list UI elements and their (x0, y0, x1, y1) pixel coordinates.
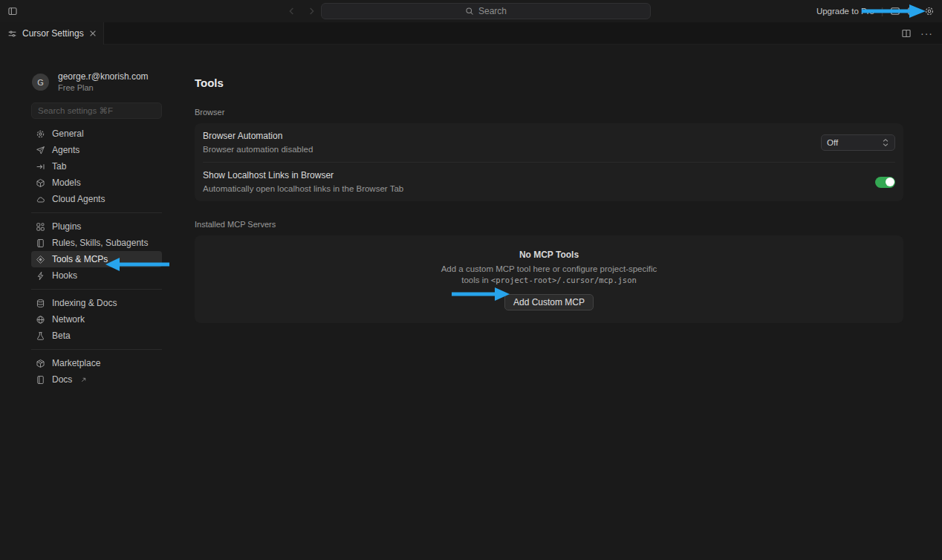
search-placeholder: Search (478, 6, 507, 16)
more-actions-icon[interactable]: ··· (920, 30, 933, 37)
sidebar-item-label: Hooks (52, 270, 77, 281)
sidebar-item-general[interactable]: General (31, 126, 162, 142)
external-link-icon (80, 377, 87, 383)
sidebar-group-resources: Marketplace Docs (31, 355, 162, 388)
flask-icon (36, 331, 45, 341)
settings-content: Tools Browser Browser Automation Browser… (195, 73, 903, 323)
settings-search-input[interactable] (31, 102, 162, 119)
sidebar-item-agents[interactable]: Agents (31, 142, 162, 158)
mcp-config-path: <project-root>/.cursor/mcp.json (491, 276, 637, 284)
setting-title: Show Localhost Links in Browser (203, 170, 875, 181)
settings-sidebar: G george.r@knorish.com Free Plan General… (31, 71, 162, 388)
cloud-icon (36, 195, 45, 204)
browser-automation-select[interactable]: Off (821, 134, 895, 151)
mcp-empty-description: Add a custom MCP tool here or configure … (195, 264, 903, 286)
setting-description: Browser automation disabled (203, 144, 821, 155)
setting-description: Automatically open localhost links in th… (203, 183, 875, 195)
sidebar-item-models[interactable]: Models (31, 175, 162, 191)
sidebar-item-rules-skills-subagents[interactable]: Rules, Skills, Subagents (31, 235, 162, 251)
add-custom-mcp-button[interactable]: Add Custom MCP (504, 294, 594, 310)
sidebar-item-label: Marketplace (52, 358, 100, 368)
mcp-section-label: Installed MCP Servers (195, 220, 903, 229)
sidebar-item-label: Beta (52, 331, 71, 341)
sidebar-item-label: Docs (52, 374, 72, 385)
sidebar-group-system: Indexing & Docs Network Beta (31, 295, 162, 344)
sidebar-item-beta[interactable]: Beta (31, 328, 162, 344)
send-icon (36, 146, 45, 155)
account-info: G george.r@knorish.com Free Plan (31, 71, 162, 93)
mcp-empty-card: No MCP Tools Add a custom MCP tool here … (195, 235, 903, 323)
sidebar-item-label: Tab (52, 161, 66, 172)
page-title: Tools (195, 76, 903, 89)
sidebar-item-label: Cloud Agents (52, 194, 105, 204)
sidebar-item-label: General (52, 128, 84, 139)
sidebar-item-hooks[interactable]: Hooks (31, 267, 162, 284)
sidebar-item-docs[interactable]: Docs (31, 371, 162, 388)
sidebar-item-label: Agents (52, 145, 79, 155)
notebook-icon (36, 238, 45, 248)
sidebar-item-tab[interactable]: Tab (31, 158, 162, 175)
account-email: george.r@knorish.com (58, 71, 149, 82)
selected-value: Off (827, 138, 882, 147)
sidebar-group-core: General Agents Tab Models Cloud Agents (31, 126, 162, 207)
extensions-icon (36, 222, 45, 232)
setting-title: Browser Automation (203, 131, 821, 142)
browser-settings-card: Browser Automation Browser automation di… (195, 123, 903, 201)
titlebar-divider: | (881, 6, 883, 16)
titlebar-actions: Upgrade to Pro | (816, 0, 935, 22)
mcp-empty-title: No MCP Tools (195, 250, 903, 260)
lightning-icon (36, 271, 45, 281)
book-icon (36, 375, 45, 385)
setting-row-browser-automation: Browser Automation Browser automation di… (195, 123, 903, 162)
sidebar-item-indexing-docs[interactable]: Indexing & Docs (31, 295, 162, 311)
setting-row-localhost-links: Show Localhost Links in Browser Automati… (195, 163, 903, 201)
chevron-up-down-icon (882, 138, 889, 147)
database-icon (36, 299, 45, 308)
sidebar-item-label: Models (52, 178, 81, 188)
tab-bar: Cursor Settings ··· (0, 22, 942, 45)
toggle-knob (886, 178, 894, 186)
cursor-settings-window: Search Upgrade to Pro | Cursor Settings … (0, 0, 942, 560)
globe-icon (36, 315, 45, 325)
sidebar-divider (31, 289, 162, 290)
title-bar: Search Upgrade to Pro | (0, 0, 942, 22)
secondary-panel-icon[interactable] (907, 6, 917, 16)
close-icon[interactable] (88, 29, 97, 38)
forward-icon[interactable] (306, 6, 316, 16)
sidebar-item-plugins[interactable]: Plugins (31, 218, 162, 235)
sidebar-divider (31, 212, 162, 213)
avatar: G (32, 74, 49, 91)
gear-icon[interactable] (924, 6, 935, 16)
sidebar-item-marketplace[interactable]: Marketplace (31, 355, 162, 371)
global-search-box[interactable]: Search (321, 3, 651, 19)
sidebar-item-label: Tools & MCPs (52, 254, 108, 264)
sidebar-group-extensibility: Plugins Rules, Skills, Subagents Tools &… (31, 218, 162, 284)
gear-icon (36, 129, 45, 139)
sidebar-item-label: Indexing & Docs (52, 298, 117, 308)
sidebar-item-label: Network (52, 314, 85, 325)
localhost-links-toggle[interactable] (875, 177, 895, 188)
account-plan: Free Plan (58, 82, 149, 93)
back-icon[interactable] (287, 6, 297, 16)
sidebar-item-label: Rules, Skills, Subagents (52, 238, 148, 248)
package-icon (36, 359, 45, 368)
sidebar-toggle-icon[interactable] (7, 6, 18, 16)
sidebar-item-tools-mcps[interactable]: Tools & MCPs (31, 251, 162, 267)
panel-layout-icon[interactable] (890, 6, 900, 16)
cube-icon (36, 178, 45, 188)
sidebar-divider (31, 349, 162, 350)
browser-section-label: Browser (195, 108, 903, 117)
settings-sliders-icon (7, 29, 17, 39)
sidebar-item-cloud-agents[interactable]: Cloud Agents (31, 191, 162, 207)
mcp-desc-line1: Add a custom MCP tool here or configure … (441, 264, 657, 273)
sidebar-item-label: Plugins (52, 221, 81, 232)
tab-title: Cursor Settings (22, 28, 88, 39)
tab-cursor-settings[interactable]: Cursor Settings (0, 22, 104, 45)
editor-actions: ··· (901, 22, 933, 45)
sidebar-item-network[interactable]: Network (31, 311, 162, 328)
mcp-desc-line2-prefix: tools in (461, 276, 491, 284)
split-editor-icon[interactable] (901, 28, 912, 39)
tools-diamond-icon (36, 255, 45, 264)
upgrade-to-pro-button[interactable]: Upgrade to Pro (816, 7, 874, 16)
tab-key-icon (36, 162, 45, 172)
